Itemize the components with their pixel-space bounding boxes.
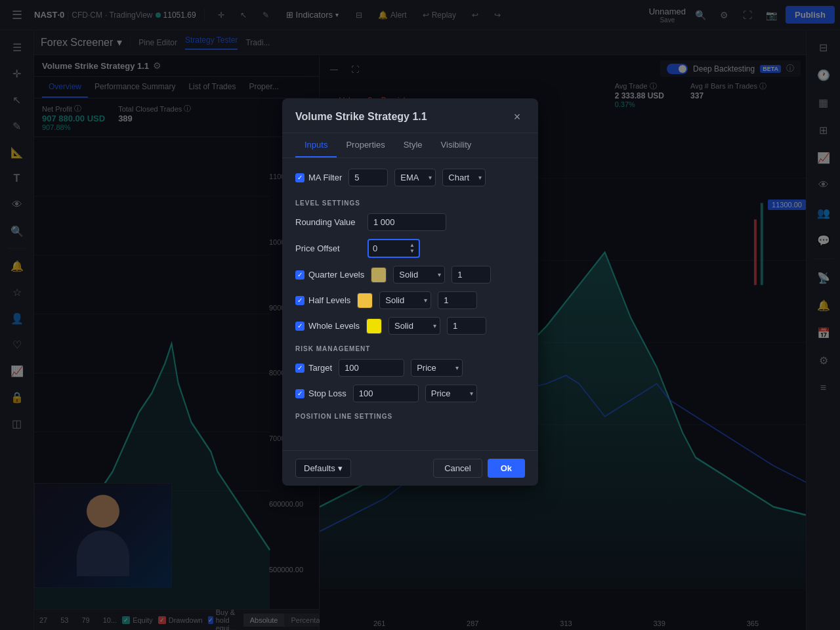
whole-levels-color-swatch[interactable] xyxy=(366,318,382,334)
half-levels-color-swatch[interactable] xyxy=(357,293,373,308)
ma-type-select-wrap: EMA SMA xyxy=(394,169,436,186)
stop-loss-type-wrap: Price Percent xyxy=(425,385,477,402)
target-label: Target xyxy=(308,363,332,373)
target-type-select[interactable]: Price Percent xyxy=(411,359,463,377)
whole-levels-checkbox[interactable]: ✓ xyxy=(295,322,304,331)
position-line-spacer xyxy=(295,427,525,440)
modal-title: Volume Strike Strategy 1.1 xyxy=(295,111,427,123)
half-levels-checkbox-label[interactable]: ✓ Half Levels xyxy=(295,295,350,305)
target-checkbox-label[interactable]: ✓ Target xyxy=(295,363,332,373)
ma-filter-checkbox[interactable]: ✓ xyxy=(295,173,304,182)
ma-filter-value-input[interactable] xyxy=(348,169,388,186)
price-offset-up-arrow[interactable]: ▲ xyxy=(410,243,415,248)
tab-inputs[interactable]: Inputs xyxy=(295,133,337,158)
stop-loss-checkbox[interactable]: ✓ xyxy=(295,389,304,398)
quarter-levels-checkbox-label[interactable]: ✓ Quarter Levels xyxy=(295,270,364,280)
half-levels-style-select[interactable]: Solid Dashed xyxy=(379,291,431,309)
modal-close-button[interactable]: × xyxy=(509,109,525,125)
target-checkbox[interactable]: ✓ xyxy=(295,364,304,373)
tab-properties[interactable]: Properties xyxy=(337,133,394,158)
ma-type-select[interactable]: EMA SMA xyxy=(394,169,436,186)
tab-visibility[interactable]: Visibility xyxy=(432,133,481,158)
target-value-input[interactable] xyxy=(339,359,404,377)
half-levels-width-input[interactable] xyxy=(438,291,477,309)
whole-levels-width-input[interactable] xyxy=(447,317,486,335)
target-type-wrap: Price Percent xyxy=(411,359,463,377)
price-offset-arrows: ▲ ▼ xyxy=(410,243,415,254)
whole-levels-checkbox-label[interactable]: ✓ Whole Levels xyxy=(295,321,360,331)
level-settings-header: LEVEL SETTINGS xyxy=(295,200,525,207)
whole-levels-style-select[interactable]: Solid Dashed xyxy=(388,317,440,335)
stop-loss-type-select[interactable]: Price Percent xyxy=(425,385,477,402)
defaults-button[interactable]: Defaults ▾ xyxy=(295,459,351,478)
modal-header: Volume Strike Strategy 1.1 × xyxy=(282,98,538,133)
modal-body: ✓ MA Filter EMA SMA Chart xyxy=(282,158,538,450)
price-offset-row: Price Offset 0 ▲ ▼ xyxy=(295,239,525,258)
half-levels-label: Half Levels xyxy=(308,295,350,305)
stop-loss-label: Stop Loss xyxy=(308,388,346,398)
quarter-levels-style-wrap: Solid Dashed Dotted xyxy=(393,266,445,284)
price-offset-label: Price Offset xyxy=(295,243,361,253)
stop-loss-value-input[interactable] xyxy=(353,385,419,402)
stop-loss-row: ✓ Stop Loss Price Percent xyxy=(295,385,525,402)
target-row: ✓ Target Price Percent xyxy=(295,359,525,377)
whole-levels-label: Whole Levels xyxy=(308,321,360,331)
quarter-levels-row: ✓ Quarter Levels Solid Dashed Dotted xyxy=(295,266,525,284)
quarter-levels-checkbox[interactable]: ✓ xyxy=(295,270,304,280)
ok-button[interactable]: Ok xyxy=(488,459,525,478)
stop-loss-checkbox-label[interactable]: ✓ Stop Loss xyxy=(295,388,346,398)
quarter-levels-color-swatch[interactable] xyxy=(371,267,387,283)
whole-levels-style-wrap: Solid Dashed xyxy=(388,317,440,335)
half-levels-row: ✓ Half Levels Solid Dashed xyxy=(295,291,525,309)
risk-management-header: RISK MANAGEMENT xyxy=(295,345,525,352)
rounding-value-input[interactable] xyxy=(368,213,446,231)
defaults-chevron-icon: ▾ xyxy=(338,463,343,473)
ma-filter-row: ✓ MA Filter EMA SMA Chart xyxy=(295,169,525,186)
tab-style[interactable]: Style xyxy=(394,133,432,158)
price-offset-value: 0 xyxy=(373,243,407,253)
half-levels-style-wrap: Solid Dashed xyxy=(379,291,431,309)
ma-filter-label: MA Filter xyxy=(308,173,342,182)
rounding-value-row: Rounding Value xyxy=(295,213,525,231)
defaults-label: Defaults xyxy=(304,463,335,473)
position-line-header: POSITION LINE SETTINGS xyxy=(295,413,525,420)
half-levels-checkbox[interactable]: ✓ xyxy=(295,296,304,305)
cancel-button[interactable]: Cancel xyxy=(433,459,482,478)
price-offset-down-arrow[interactable]: ▼ xyxy=(410,249,415,254)
price-offset-stepper: 0 ▲ ▼ xyxy=(368,239,420,258)
rounding-value-label: Rounding Value xyxy=(295,217,361,227)
modal-footer: Defaults ▾ Cancel Ok xyxy=(282,450,538,486)
quarter-levels-width-input[interactable] xyxy=(452,266,491,284)
ma-filter-checkbox-label[interactable]: ✓ MA Filter xyxy=(295,173,342,182)
whole-levels-row: ✓ Whole Levels Solid Dashed xyxy=(295,317,525,335)
ma-chart-select-wrap: Chart xyxy=(442,169,486,186)
quarter-levels-style-select[interactable]: Solid Dashed Dotted xyxy=(393,266,445,284)
modal-backdrop: Volume Strike Strategy 1.1 × Inputs Prop… xyxy=(0,0,840,630)
modal-tabs: Inputs Properties Style Visibility xyxy=(282,133,538,158)
quarter-levels-label: Quarter Levels xyxy=(308,270,364,280)
strategy-settings-modal: Volume Strike Strategy 1.1 × Inputs Prop… xyxy=(282,98,538,486)
footer-buttons: Cancel Ok xyxy=(433,459,525,478)
ma-chart-select[interactable]: Chart xyxy=(442,169,486,186)
